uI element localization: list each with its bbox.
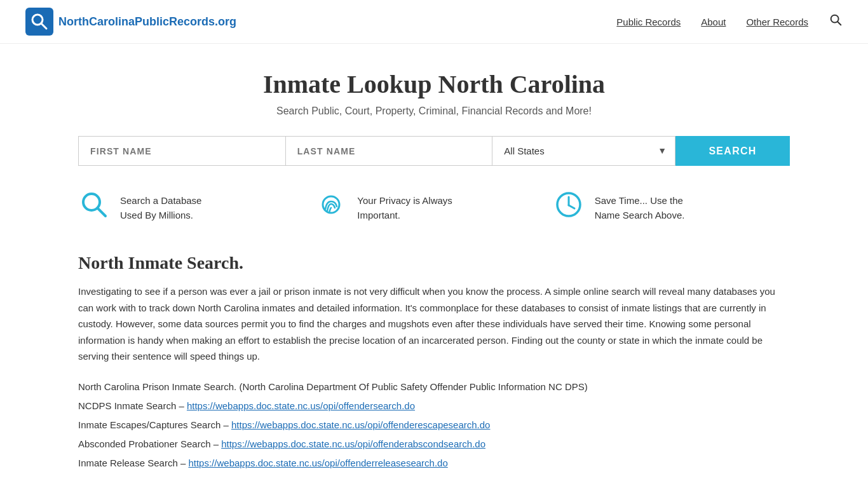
svg-rect-0 [25,8,53,36]
link1-row: NCDPS Inmate Search – https://webapps.do… [78,396,790,416]
first-name-input[interactable] [78,136,285,166]
logo-link[interactable]: NorthCarolinaPublicRecords.org [25,8,236,36]
logo-icon [25,8,53,36]
link1-url[interactable]: https://webapps.doc.state.nc.us/opi/offe… [187,400,415,411]
link2-row: Inmate Escapes/Captures Search – https:/… [78,416,790,435]
feature-time: Save Time... Use the Name Search Above. [553,189,790,227]
search-bar: All StatesAlabamaAlaskaArizonaArkansasCa… [78,136,790,166]
feature-privacy-text: Your Privacy is Always Important. [357,194,452,222]
state-select[interactable]: All StatesAlabamaAlaskaArizonaArkansasCa… [492,136,675,166]
main-nav: Public Records About Other Records [616,13,843,30]
nav-about[interactable]: About [701,17,726,27]
link4-row: Inmate Release Search – https://webapps.… [78,454,790,473]
section1-body: Investigating to see if a person was eve… [78,283,790,365]
hero-section: Inmate Lookup North Carolina Search Publ… [78,69,790,117]
nav-public-records[interactable]: Public Records [616,17,681,27]
feature-search-text: Search a Database Used By Millions. [120,194,201,222]
search-button[interactable]: SEARCH [675,136,790,166]
svg-line-10 [569,205,574,208]
logo-text: NorthCarolinaPublicRecords.org [58,15,236,29]
clock-icon [553,189,585,227]
svg-line-6 [98,208,105,216]
search-feature-icon [78,189,110,227]
feature-time-text: Save Time... Use the Name Search Above. [595,194,685,222]
links-intro: North Carolina Prison Inmate Search. (No… [78,377,790,396]
last-name-input[interactable] [285,136,492,166]
page-title: Inmate Lookup North Carolina [78,69,790,99]
fingerprint-icon [315,189,347,227]
hero-subtitle: Search Public, Court, Property, Criminal… [78,105,790,117]
section1-title: North Inmate Search. [78,253,790,273]
nav-other-records[interactable]: Other Records [746,17,808,27]
link3-row: Absconded Probationer Search – https://w… [78,435,790,454]
link3-url[interactable]: https://webapps.doc.state.nc.us/opi/offe… [221,438,485,449]
state-select-wrapper: All StatesAlabamaAlaskaArizonaArkansasCa… [492,136,675,166]
links-section: North Carolina Prison Inmate Search. (No… [78,377,790,473]
link2-url[interactable]: https://webapps.doc.state.nc.us/opi/offe… [231,419,491,430]
link4-url[interactable]: https://webapps.doc.state.nc.us/opi/offe… [188,458,447,468]
svg-line-4 [837,22,841,25]
features-row: Search a Database Used By Millions. Your… [78,189,790,227]
feature-search: Search a Database Used By Millions. [78,189,315,227]
feature-privacy: Your Privacy is Always Important. [315,189,552,227]
nav-search-icon[interactable] [829,13,843,30]
